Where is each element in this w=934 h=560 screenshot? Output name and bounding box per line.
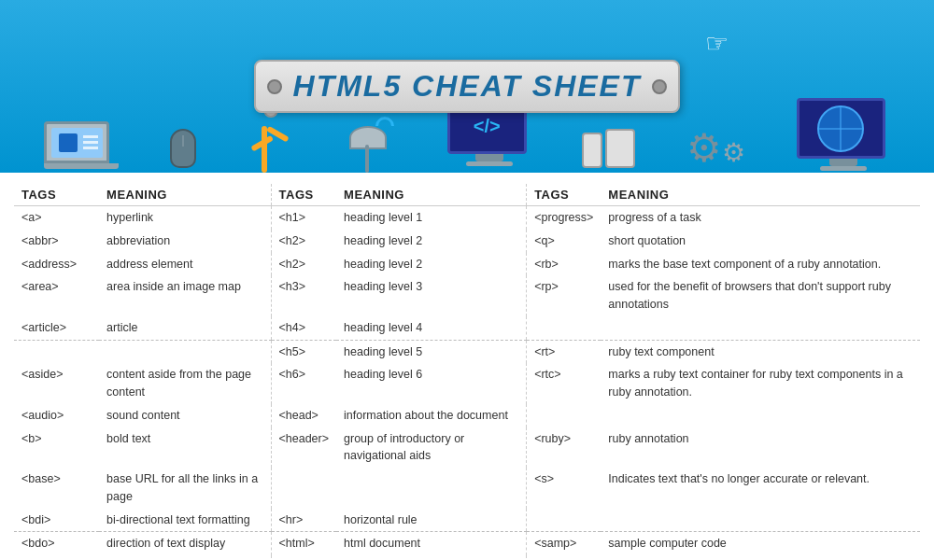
table-row: <base> base URL for all the links in a p… <box>14 468 920 509</box>
tag-cell: <aside> <box>14 363 99 404</box>
meaning-cell: heading level 2 <box>336 253 527 276</box>
tag-cell: <ruby> <box>527 427 601 469</box>
table-row: <article> article <h4> heading level 4 <box>14 316 920 340</box>
tag-cell: <rb> <box>527 253 601 276</box>
meaning-cell: bi-directional text formatting <box>99 509 271 532</box>
cheat-sheet-table: TAGS MEANING TAGS MEANING TAGS MEANING <… <box>14 184 920 560</box>
globe-monitor-icon <box>797 98 890 173</box>
table-row: <h5> heading level 5 <rt> ruby text comp… <box>14 340 920 363</box>
tag-cell: <article> <box>14 316 99 340</box>
gear-icon: ⚙ ⚙ <box>686 129 745 173</box>
meaning-cell: article <box>99 316 271 340</box>
table-row: <a> hyperlink <h1> heading level 1 <prog… <box>14 206 920 230</box>
meaning-cell: area inside an image map <box>99 275 271 316</box>
tag-cell: <header> <box>271 427 336 469</box>
tag-cell: <h3> <box>271 275 336 316</box>
table-row: <b> bold text <header> group of introduc… <box>14 427 920 469</box>
meaning-cell <box>99 340 271 363</box>
meaning-cell: long quotation <box>99 555 271 560</box>
tag-cell: <area> <box>14 275 99 316</box>
table-row: <blockquote> long quotation <script> scr… <box>14 555 920 560</box>
meaning-cell: used for the benefit of browsers that do… <box>601 275 920 316</box>
tag-cell: <h4> <box>271 316 336 340</box>
table-row: <bdo> direction of text display <html> h… <box>14 532 920 555</box>
tag-cell <box>14 340 99 363</box>
meaning-cell: ruby text component <box>601 340 920 363</box>
tag-cell: <rtc> <box>527 363 601 404</box>
tag-cell: <audio> <box>14 404 99 427</box>
col2-tags-header: TAGS <box>271 184 336 206</box>
tag-cell: <h2> <box>271 253 336 276</box>
table-section: TAGS MEANING TAGS MEANING TAGS MEANING <… <box>0 173 934 560</box>
tag-cell <box>271 468 336 509</box>
col2-meaning-header: MEANING <box>336 184 527 206</box>
laptop-icon <box>44 121 119 173</box>
tag-cell: <b> <box>14 427 99 469</box>
meaning-cell: Indicates text that's no longer accurate… <box>601 468 920 509</box>
table-row: <abbr> abbreviation <h2> heading level 2… <box>14 230 920 253</box>
meaning-cell: address element <box>99 253 271 276</box>
meaning-cell: base URL for all the links in a page <box>99 468 271 509</box>
meaning-cell <box>601 509 920 532</box>
meaning-cell: sample computer code <box>601 532 920 555</box>
header-section: HTML5 CHEAT SHEET ☞ <box>0 0 934 173</box>
meaning-cell: heading level 6 <box>336 363 527 404</box>
tag-cell: <head> <box>271 404 336 427</box>
tag-cell: <a> <box>14 206 99 230</box>
tag-cell <box>527 316 601 340</box>
meaning-cell: group of introductory or navigational ai… <box>336 427 527 469</box>
meaning-cell: sound content <box>99 404 271 427</box>
col3-tags-header: TAGS <box>527 184 601 206</box>
tag-cell: <html> <box>271 532 336 555</box>
tag-cell: <samp> <box>527 532 601 555</box>
meaning-cell: script <box>601 555 920 560</box>
meaning-cell: html document <box>336 532 527 555</box>
meaning-cell: heading level 3 <box>336 275 527 316</box>
table-row: <address> address element <h2> heading l… <box>14 253 920 276</box>
meaning-cell: hyperlink <box>99 206 271 230</box>
meaning-cell <box>601 316 920 340</box>
tag-cell: <h6> <box>271 363 336 404</box>
col3-meaning-header: MEANING <box>601 184 920 206</box>
col1-tags-header: TAGS <box>14 184 99 206</box>
tag-cell: <s> <box>527 468 601 509</box>
page-title: HTML5 CHEAT SHEET <box>293 69 642 104</box>
meaning-cell: bold text <box>99 427 271 469</box>
table-row: <audio> sound content <head> information… <box>14 404 920 427</box>
meaning-cell <box>336 555 527 560</box>
table-header-row: TAGS MEANING TAGS MEANING TAGS MEANING <box>14 184 920 206</box>
table-row: <area> area inside an image map <h3> hea… <box>14 275 920 316</box>
tag-cell: <base> <box>14 468 99 509</box>
meaning-cell: heading level 1 <box>336 206 527 230</box>
tag-cell: <h5> <box>271 340 336 363</box>
tag-cell: <q> <box>527 230 601 253</box>
meaning-cell <box>336 468 527 509</box>
meaning-cell: ruby annotation <box>601 427 920 469</box>
meaning-cell: heading level 5 <box>336 340 527 363</box>
meaning-cell: heading level 2 <box>336 230 527 253</box>
meaning-cell: short quotation <box>601 230 920 253</box>
tag-cell: <h1> <box>271 206 336 230</box>
satellite-icon <box>345 112 396 173</box>
tag-cell: <bdi> <box>14 509 99 532</box>
tag-cell: <rp> <box>527 275 601 316</box>
tag-cell <box>527 509 601 532</box>
meaning-cell: information about the document <box>336 404 527 427</box>
devices-icon <box>582 129 635 173</box>
meaning-cell <box>601 404 920 427</box>
col1-meaning-header: MEANING <box>99 184 271 206</box>
tag-cell <box>527 404 601 427</box>
cursor-icon: ☞ <box>705 28 729 59</box>
tag-cell <box>271 555 336 560</box>
table-row: <aside> content aside from the page cont… <box>14 363 920 404</box>
tag-cell: <rt> <box>527 340 601 363</box>
tag-cell: <abbr> <box>14 230 99 253</box>
meaning-cell: marks a ruby text container for ruby tex… <box>601 363 920 404</box>
meaning-cell: abbreviation <box>99 230 271 253</box>
tag-cell: <blockquote> <box>14 555 99 560</box>
tag-cell: <hr> <box>271 509 336 532</box>
tag-cell: <bdo> <box>14 532 99 555</box>
meaning-cell: heading level 4 <box>336 316 527 340</box>
title-banner: HTML5 CHEAT SHEET <box>254 60 681 113</box>
tag-cell: <script> <box>527 555 601 560</box>
